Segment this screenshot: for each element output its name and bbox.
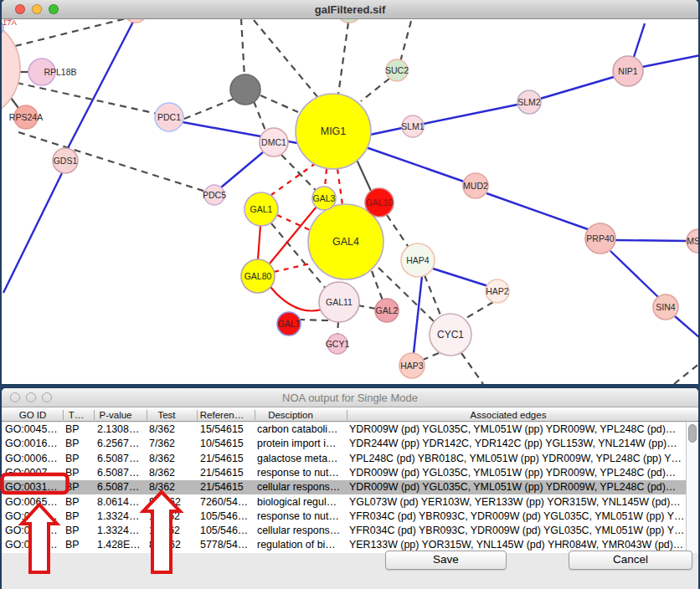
node-label: GAL1 xyxy=(250,204,273,214)
table-cell: GO:0006… xyxy=(5,452,64,466)
network-canvas[interactable]: RPL18BRPS24AGDS1PDC1PDC5MIG1DMC1SUC2SLM1… xyxy=(2,19,698,384)
column-separator[interactable] xyxy=(347,410,347,420)
table-cell: YDR009W (pd) YGL035C, YML051W (pp) YDR00… xyxy=(349,423,686,437)
table-row[interactable]: GO:0045…BP2.1308…8/36215/54615carbon cat… xyxy=(2,423,698,437)
network-edge xyxy=(260,95,298,112)
network-edge xyxy=(298,320,328,320)
graph-node[interactable] xyxy=(337,19,362,23)
table-cell: 8/362 xyxy=(149,480,198,494)
column-header-5[interactable]: Referen… xyxy=(200,408,244,422)
network-edge xyxy=(462,302,493,320)
table-scrollbar[interactable] xyxy=(686,423,698,553)
desktop: galFiltered.sif RPL18BRPS24AGDS1PDC1PDC5… xyxy=(0,0,700,589)
column-separator[interactable] xyxy=(63,410,64,420)
column-separator[interactable] xyxy=(197,410,198,420)
network-edge xyxy=(337,169,342,205)
node-label: SLM2 xyxy=(517,97,541,107)
table-cell: GO:0031… xyxy=(5,510,64,524)
table-cell: BP xyxy=(65,437,95,451)
graph-window: galFiltered.sif RPL18BRPS24AGDS1PDC1PDC5… xyxy=(2,0,698,384)
network-edge xyxy=(184,99,234,119)
column-header-1[interactable]: GO ID xyxy=(19,408,47,422)
node-label: CYC1 xyxy=(437,329,464,341)
node-label: NIP1 xyxy=(618,66,638,76)
column-header-4[interactable]: Test xyxy=(157,408,175,422)
node-label: GAL7 xyxy=(278,319,301,329)
node-label: PDC5 xyxy=(203,190,226,200)
table-cell: GO:0007… xyxy=(5,466,64,480)
network-edge xyxy=(254,101,265,131)
node-label: SIN4 xyxy=(656,302,676,312)
table-cell: 7260/54… xyxy=(200,495,255,510)
table-cell: 80/362 xyxy=(149,538,198,552)
table-cell: biological regul… xyxy=(257,495,347,510)
table-cell: response to nut… xyxy=(257,466,347,480)
column-separator[interactable] xyxy=(255,410,255,420)
graph-node[interactable] xyxy=(125,19,147,23)
column-header-3[interactable]: P-value xyxy=(100,408,132,422)
table-row[interactable]: GO:0007…BP6.5087…8/36221/54615response t… xyxy=(2,466,698,480)
table-cell: YFR034C (pd) YBR093C, YDR009W (pd) YGL03… xyxy=(349,524,686,538)
node-label: SUC2 xyxy=(385,65,409,75)
network-edge xyxy=(610,251,658,297)
table-cell: GO:0045… xyxy=(5,423,64,437)
table-row[interactable]: GO:0016…BP6.2567…7/36210/54615protein im… xyxy=(2,437,698,451)
table-row[interactable]: GO:0065…BP8.0614…94/3627260/54…biologica… xyxy=(2,495,698,510)
column-separator[interactable] xyxy=(94,410,95,420)
table-cell: carbon cataboli… xyxy=(257,423,347,437)
graph-window-title: galFiltered.sif xyxy=(2,0,698,19)
table-cell: cellular respons… xyxy=(257,480,347,494)
network-edge xyxy=(414,276,422,353)
table-cell: BP xyxy=(65,452,95,466)
table-cell: YDR009W (pd) YGL035C, YML051W (pp) YDR00… xyxy=(349,480,686,494)
table-row[interactable]: GO:0006…BP6.5087…8/36221/54615galactose … xyxy=(2,452,698,466)
network-edge xyxy=(241,19,244,77)
table-cell: YFR034C (pd) YBR093C, YDR009W (pd) YGL03… xyxy=(349,510,686,524)
table-cell: cellular respons… xyxy=(257,524,347,538)
node-label: SLM1 xyxy=(401,121,425,131)
node-label: HAP4 xyxy=(406,255,430,265)
node-label: DMC1 xyxy=(261,137,286,147)
table-header: GO IDT…P-valueTestReferen…DesciptionAsso… xyxy=(2,407,698,422)
table-cell: 94/362 xyxy=(149,495,198,510)
column-header-2[interactable]: T… xyxy=(69,408,85,422)
node-label: GCY1 xyxy=(326,339,350,349)
column-separator[interactable] xyxy=(147,410,147,420)
graph-node[interactable] xyxy=(230,74,260,105)
table-cell: BP xyxy=(65,466,95,480)
table-cell: 11/362 xyxy=(149,510,198,524)
scrollbar-thumb[interactable] xyxy=(688,424,697,443)
table-cell: 105/546… xyxy=(200,524,255,538)
network-edge xyxy=(372,271,383,300)
network-edge xyxy=(433,269,488,286)
network-edge xyxy=(366,147,464,182)
node-label: HAP2 xyxy=(486,286,509,296)
network-edge xyxy=(221,152,263,187)
node-label: PDC1 xyxy=(157,112,181,122)
network-edge xyxy=(387,215,409,248)
table-row[interactable]: GO:0031…BP1.3324…11/362105/546…cellular … xyxy=(2,524,698,538)
table-cell: 6.5087… xyxy=(97,480,147,494)
network-edge xyxy=(270,287,322,310)
table-cell: 2.1308… xyxy=(97,423,147,437)
network-edge xyxy=(3,173,62,293)
network-edge xyxy=(325,169,327,187)
column-header-6[interactable]: Desciption xyxy=(268,408,313,422)
table-cell: regulation of bi… xyxy=(257,538,347,552)
table-cell: 15/54615 xyxy=(200,423,255,437)
table-cell: GO:0031… xyxy=(5,480,64,494)
table-cell: 8/362 xyxy=(149,452,198,466)
column-header-7[interactable]: Associated edges xyxy=(471,408,547,422)
table-cell: 1.428E… xyxy=(97,538,147,552)
save-button[interactable]: Save xyxy=(385,551,507,570)
network-edge xyxy=(18,132,206,192)
noa-window-titlebar[interactable]: NOA output for Single Mode xyxy=(2,388,698,407)
table-cell: 8.0614… xyxy=(97,495,147,510)
table-row[interactable]: GO:0031…BP6.5087…8/36221/54615cellular r… xyxy=(2,480,698,494)
cancel-button[interactable]: Cancel xyxy=(569,551,692,570)
graph-window-titlebar[interactable]: galFiltered.sif xyxy=(2,0,698,19)
network-edge xyxy=(425,275,441,317)
table-cell: BP xyxy=(65,510,95,524)
table-row[interactable]: GO:0031…BP1.3324…11/362105/546…response … xyxy=(2,510,698,524)
network-edge xyxy=(15,19,126,46)
